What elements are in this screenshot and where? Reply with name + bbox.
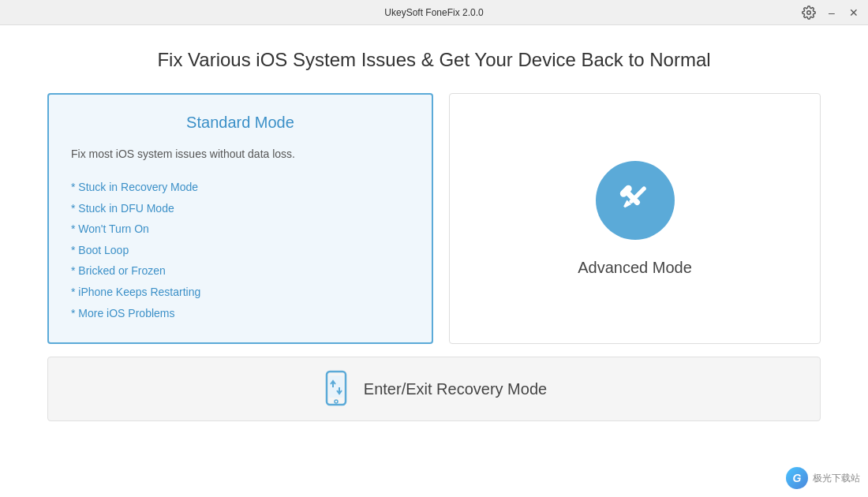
minimize-button[interactable]: – — [824, 5, 840, 21]
standard-mode-card[interactable]: Standard Mode Fix most iOS system issues… — [47, 93, 433, 344]
watermark-text: 极光下载站 — [813, 472, 860, 485]
app-title: UkeySoft FoneFix 2.0.0 — [291, 7, 576, 18]
list-item: * Stuck in Recovery Mode — [71, 177, 410, 198]
watermark: G 极光下载站 — [786, 467, 860, 489]
list-item: * Stuck in DFU Mode — [71, 198, 410, 219]
cards-row: Standard Mode Fix most iOS system issues… — [47, 93, 821, 344]
recovery-mode-bar[interactable]: Enter/Exit Recovery Mode — [47, 357, 821, 421]
watermark-logo: G — [786, 467, 808, 489]
settings-icon[interactable] — [800, 4, 817, 21]
svg-point-7 — [335, 400, 338, 403]
title-bar-controls: – ✕ — [577, 4, 862, 21]
close-button[interactable]: ✕ — [846, 5, 862, 21]
advanced-mode-title: Advanced Mode — [578, 259, 692, 277]
title-bar: UkeySoft FoneFix 2.0.0 – ✕ — [0, 0, 868, 25]
tools-icon — [613, 178, 657, 222]
list-item: * More iOS Problems — [71, 303, 410, 324]
advanced-mode-icon-circle — [596, 161, 675, 240]
page-title: Fix Various iOS System Issues & Get Your… — [157, 49, 710, 71]
svg-rect-6 — [329, 376, 343, 398]
svg-point-0 — [807, 10, 811, 14]
list-item: * Boot Loop — [71, 240, 410, 261]
recovery-mode-label: Enter/Exit Recovery Mode — [364, 380, 547, 398]
standard-mode-list: * Stuck in Recovery Mode * Stuck in DFU … — [71, 177, 410, 323]
phone-arrows-icon — [321, 370, 351, 408]
standard-mode-title: Standard Mode — [71, 114, 410, 132]
phone-recovery-icon — [321, 370, 351, 408]
list-item: * Won't Turn On — [71, 219, 410, 240]
list-item: * Bricked or Frozen — [71, 260, 410, 282]
list-item: * iPhone Keeps Restarting — [71, 282, 410, 303]
main-content: Fix Various iOS System Issues & Get Your… — [0, 25, 868, 497]
standard-mode-desc: Fix most iOS system issues without data … — [71, 146, 410, 163]
advanced-mode-card[interactable]: Advanced Mode — [449, 93, 821, 344]
